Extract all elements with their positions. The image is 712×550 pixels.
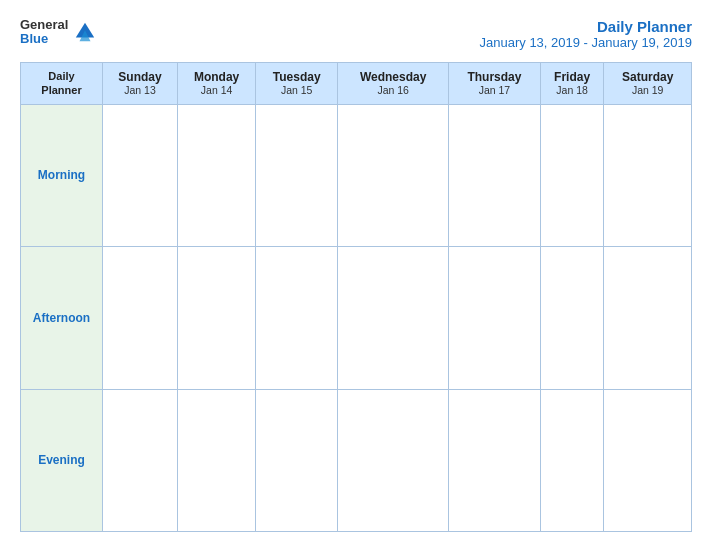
monday-date: Jan 14 xyxy=(180,84,253,96)
evening-row: Evening xyxy=(21,389,692,531)
evening-thursday[interactable] xyxy=(449,389,541,531)
afternoon-saturday[interactable] xyxy=(604,247,692,389)
afternoon-sunday[interactable] xyxy=(103,247,178,389)
evening-monday[interactable] xyxy=(178,389,256,531)
afternoon-wednesday[interactable] xyxy=(338,247,449,389)
morning-saturday[interactable] xyxy=(604,104,692,246)
morning-wednesday[interactable] xyxy=(338,104,449,246)
header-saturday: Saturday Jan 19 xyxy=(604,63,692,105)
saturday-date: Jan 19 xyxy=(606,84,689,96)
logo-general: General xyxy=(20,18,68,32)
tuesday-name: Tuesday xyxy=(258,70,335,84)
page-header: General Blue Daily Planner January 13, 2… xyxy=(20,18,692,50)
evening-wednesday[interactable] xyxy=(338,389,449,531)
logo-area: General Blue xyxy=(20,18,96,47)
morning-label: Morning xyxy=(21,104,103,246)
header-friday: Friday Jan 18 xyxy=(540,63,604,105)
friday-date: Jan 18 xyxy=(543,84,602,96)
monday-name: Monday xyxy=(180,70,253,84)
thursday-name: Thursday xyxy=(451,70,538,84)
header-sunday: Sunday Jan 13 xyxy=(103,63,178,105)
morning-monday[interactable] xyxy=(178,104,256,246)
wednesday-name: Wednesday xyxy=(340,70,446,84)
title-area: Daily Planner January 13, 2019 - January… xyxy=(480,18,692,50)
wednesday-date: Jan 16 xyxy=(340,84,446,96)
logo-blue: Blue xyxy=(20,32,68,46)
sunday-name: Sunday xyxy=(105,70,175,84)
afternoon-thursday[interactable] xyxy=(449,247,541,389)
morning-tuesday[interactable] xyxy=(256,104,338,246)
evening-label: Evening xyxy=(21,389,103,531)
afternoon-friday[interactable] xyxy=(540,247,604,389)
thursday-date: Jan 17 xyxy=(451,84,538,96)
evening-tuesday[interactable] xyxy=(256,389,338,531)
header-tuesday: Tuesday Jan 15 xyxy=(256,63,338,105)
evening-friday[interactable] xyxy=(540,389,604,531)
header-monday: Monday Jan 14 xyxy=(178,63,256,105)
logo-icon xyxy=(74,21,96,43)
morning-sunday[interactable] xyxy=(103,104,178,246)
sunday-date: Jan 13 xyxy=(105,84,175,96)
morning-row: Morning xyxy=(21,104,692,246)
afternoon-tuesday[interactable] xyxy=(256,247,338,389)
calendar-subtitle: January 13, 2019 - January 19, 2019 xyxy=(480,35,692,50)
morning-friday[interactable] xyxy=(540,104,604,246)
header-wednesday: Wednesday Jan 16 xyxy=(338,63,449,105)
calendar-table: DailyPlanner Sunday Jan 13 Monday Jan 14… xyxy=(20,62,692,532)
header-thursday: Thursday Jan 17 xyxy=(449,63,541,105)
calendar-title: Daily Planner xyxy=(480,18,692,35)
evening-sunday[interactable] xyxy=(103,389,178,531)
afternoon-label: Afternoon xyxy=(21,247,103,389)
calendar-header-row: DailyPlanner Sunday Jan 13 Monday Jan 14… xyxy=(21,63,692,105)
friday-name: Friday xyxy=(543,70,602,84)
tuesday-date: Jan 15 xyxy=(258,84,335,96)
afternoon-monday[interactable] xyxy=(178,247,256,389)
evening-saturday[interactable] xyxy=(604,389,692,531)
saturday-name: Saturday xyxy=(606,70,689,84)
logo-text: General Blue xyxy=(20,18,68,47)
afternoon-row: Afternoon xyxy=(21,247,692,389)
header-label-cell: DailyPlanner xyxy=(21,63,103,105)
morning-thursday[interactable] xyxy=(449,104,541,246)
